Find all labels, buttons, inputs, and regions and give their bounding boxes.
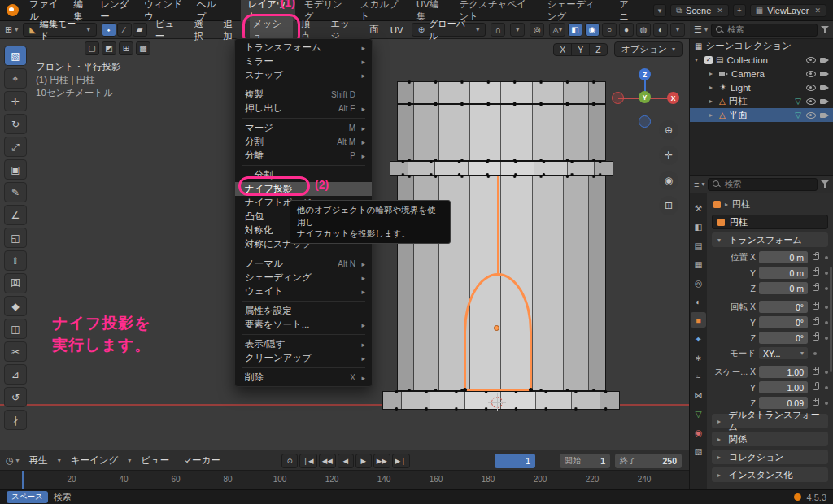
auto-key-icon[interactable]: ⊙ (281, 454, 298, 468)
mode-dropdown[interactable]: ◣ 編集モード ▾ (23, 23, 96, 37)
keyframe-dot-icon[interactable] (825, 272, 828, 275)
vertex-select-icon[interactable]: ⬩ (102, 23, 116, 37)
menu-playback[interactable]: 再生 (26, 453, 51, 468)
relations-section[interactable]: ▸ 関係 (712, 432, 828, 446)
menu-item-normals[interactable]: ノーマルAlt N▸ (235, 257, 372, 271)
menu-timeline-view[interactable]: ビュー (137, 453, 172, 468)
frame-start-field[interactable]: 開始1 (560, 454, 610, 468)
tool-annotate[interactable]: ✎ (4, 182, 27, 202)
menu-item-sort-elements[interactable]: 要素をソート...▸ (235, 318, 372, 332)
instancing-section[interactable]: ▸ インスタンス化 (712, 467, 828, 482)
tab-scene[interactable]: ◎ (691, 275, 706, 290)
menu-view-3d[interactable]: ビュー (152, 16, 186, 44)
collection-checkbox[interactable]: ✓ (704, 56, 713, 64)
timeline-editor-icon[interactable]: ◷▾ (6, 455, 20, 466)
menu-item-cleanup[interactable]: クリーンアップ▸ (235, 351, 372, 365)
zoom-icon[interactable]: ⊕ (659, 120, 678, 140)
tool-cursor[interactable]: ⌖ (4, 68, 27, 89)
keyframe-dot-icon[interactable] (825, 337, 828, 340)
keyframe-dot-icon[interactable] (825, 287, 828, 290)
tab-world[interactable]: ◐ (691, 293, 706, 309)
gizmo-x-ball[interactable]: X (667, 92, 679, 104)
lock-icon[interactable] (813, 335, 819, 341)
edge-select-icon[interactable]: ∕ (117, 23, 132, 37)
outliner-row-camera[interactable]: ▸ Camera (690, 67, 833, 80)
frame-end-field[interactable]: 終了250 (615, 454, 682, 468)
menu-item-mirror[interactable]: ミラー▸ (235, 54, 372, 68)
outliner-row-plane-selected[interactable]: ▸ △ 平面 ▽ (690, 108, 833, 122)
tab-render[interactable]: ◧ (691, 219, 706, 234)
tab-modifiers[interactable]: ✦ (691, 331, 706, 346)
menu-item-extrude[interactable]: 押し出しAlt E▸ (235, 102, 372, 115)
rotation-y-field[interactable]: 0° (759, 316, 808, 328)
tab-output[interactable]: ▤ (691, 237, 706, 253)
tool-spin[interactable]: ↺ (4, 387, 27, 407)
gizmo-y-ball[interactable]: Y (639, 91, 651, 103)
next-keyframe-icon[interactable]: ▶▶ (373, 454, 390, 468)
lock-icon[interactable] (813, 385, 819, 390)
tab-physics[interactable]: ≈ (691, 368, 706, 384)
viewlayer-unlink-icon[interactable]: ✕ (814, 7, 821, 15)
shading-solid-icon[interactable]: ● (619, 23, 634, 37)
options-dropdown[interactable]: オプション ▾ (614, 41, 683, 57)
menu-item-snap[interactable]: スナップ▸ (235, 68, 372, 82)
properties-editor-icon[interactable]: ≡▾ (694, 180, 704, 189)
menu-render[interactable]: レンダー (100, 0, 133, 23)
tool-bevel[interactable]: ◆ (4, 296, 27, 316)
menu-item-knife-project[interactable]: ナイフ投影 (235, 182, 372, 196)
tab-view-layer[interactable]: ▦ (691, 256, 706, 272)
menu-item-duplicate[interactable]: 複製Shift D (235, 88, 372, 102)
properties-search-input[interactable]: 検索 (708, 178, 818, 191)
lock-icon[interactable] (813, 285, 819, 291)
mirror-y-toggle[interactable]: Y (572, 44, 590, 55)
outliner-editor-icon[interactable]: ☰▾ (694, 24, 708, 35)
disclosure-icon[interactable]: ▸ (709, 98, 716, 105)
tool-transform[interactable]: ▣ (4, 159, 27, 180)
browse-scene-icon[interactable]: ▾ (653, 4, 666, 17)
snap-settings-icon[interactable]: ▾ (510, 23, 525, 37)
outliner-row-collection[interactable]: ▾ ✓ ▤ Collection (690, 53, 833, 67)
menu-marker[interactable]: マーカー (179, 453, 224, 468)
menu-item-show-hide[interactable]: 表示/隠す▸ (235, 337, 372, 351)
menu-item-transform[interactable]: トランスフォーム▸ (235, 41, 372, 54)
face-select-icon[interactable]: ▰ (133, 23, 147, 37)
prev-keyframe-icon[interactable]: ◀◀ (319, 454, 336, 468)
scale-y-field[interactable]: 1.00 (759, 381, 808, 393)
transform-section-header[interactable]: ▾ トランスフォーム (712, 232, 828, 247)
object-name-field[interactable]: 円柱 (712, 215, 828, 229)
tool-knife[interactable]: ✂ (4, 341, 27, 362)
lock-icon[interactable] (813, 270, 819, 276)
tool-extrude[interactable]: ⇧ (4, 250, 27, 271)
lock-icon[interactable] (813, 319, 819, 325)
play-reverse-icon[interactable]: ◀ (338, 454, 354, 468)
scene-selector[interactable]: ⧉ Scene ✕ (670, 4, 729, 17)
keyframe-dot-icon[interactable] (825, 371, 828, 374)
disclosure-icon[interactable]: ▸ (709, 111, 716, 119)
tab-particles[interactable]: ∗ (691, 350, 706, 365)
menu-select[interactable]: 選択 (190, 16, 215, 44)
overlays-toggle-icon[interactable]: ◉ (585, 23, 600, 37)
rotation-x-field[interactable]: 0° (759, 301, 808, 313)
outliner-search-input[interactable]: 検索 (711, 24, 818, 37)
blender-logo-icon[interactable] (7, 4, 19, 16)
visibility-dropdown-icon[interactable]: ◬▾ (549, 23, 565, 37)
editor-type-icon[interactable]: ⊞▾ (5, 24, 18, 35)
viewlayer-selector[interactable]: ▦ ViewLayer ✕ (750, 4, 826, 17)
new-scene-icon[interactable]: ＋ (733, 4, 746, 17)
menu-item-separate[interactable]: 分離P▸ (235, 149, 372, 163)
shading-dropdown-icon[interactable]: ▾ (670, 23, 685, 37)
menu-uv[interactable]: UV (387, 24, 407, 37)
tab-tool[interactable]: ⚒ (691, 200, 706, 215)
filter-icon[interactable] (821, 180, 829, 188)
eye-icon[interactable] (806, 98, 815, 105)
delta-transform-section[interactable]: ▸ デルタトランスフォーム (712, 414, 828, 428)
play-icon[interactable]: ▶ (355, 454, 372, 468)
rotation-z-field[interactable]: 0° (759, 332, 808, 344)
location-z-field[interactable]: 0 m (759, 282, 808, 294)
jump-to-end-icon[interactable]: ▶❘ (392, 454, 410, 468)
tool-move[interactable]: ✛ (4, 91, 27, 111)
snap-magnet-icon[interactable]: ∩ (491, 23, 505, 37)
orientation-dropdown[interactable]: ⊕ グローバル ▾ (412, 23, 486, 37)
overlay-toggle-icon[interactable]: ◩ (102, 41, 116, 55)
eye-icon[interactable] (806, 70, 815, 77)
